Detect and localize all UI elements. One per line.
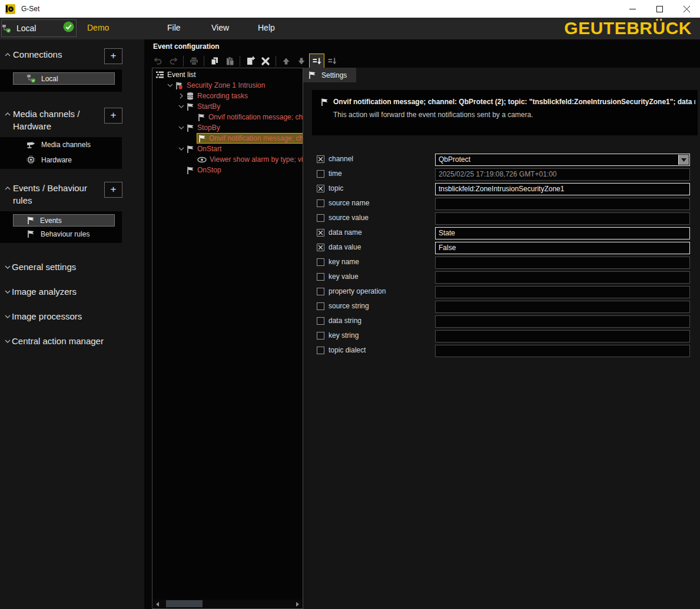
section-header-image-processors[interactable]: Image processors <box>0 310 144 322</box>
chevron-down-icon[interactable] <box>177 125 185 131</box>
horizontal-scrollbar[interactable] <box>153 600 302 608</box>
sidebar-item-events[interactable]: Events <box>13 214 115 227</box>
field-label: key string <box>329 331 359 340</box>
add-button[interactable]: + <box>104 48 122 64</box>
key-string-field[interactable] <box>435 330 690 342</box>
close-button[interactable] <box>673 0 700 18</box>
paste-button[interactable] <box>222 54 237 69</box>
scrollbar-thumb[interactable] <box>166 600 203 607</box>
checkbox-data-name[interactable] <box>317 229 324 237</box>
section-header-general-settings[interactable]: General settings <box>0 261 144 273</box>
tree-row[interactable]: Viewer show alarm by type; viewe <box>152 154 303 165</box>
scroll-right-arrow[interactable] <box>296 602 299 607</box>
tree-row[interactable]: StopBy <box>152 122 303 133</box>
source-string-field[interactable] <box>435 301 690 313</box>
checkbox-data-string[interactable] <box>317 317 324 325</box>
tree-row[interactable]: StartBy <box>152 101 303 112</box>
tree-row[interactable]: Onvif notification message; chan <box>152 133 303 144</box>
section-items-events-behaviour-rules: EventsBehaviour rules <box>0 211 122 243</box>
key-value-field[interactable] <box>435 271 690 284</box>
tab-settings[interactable]: Settings <box>303 68 356 82</box>
section-header-connections[interactable]: Connections+ <box>0 48 144 65</box>
down-button[interactable] <box>294 54 309 69</box>
source-name-field[interactable] <box>435 198 690 210</box>
maximize-button[interactable] <box>646 0 673 18</box>
scroll-left-arrow[interactable] <box>156 602 159 607</box>
checkbox-key-string[interactable] <box>317 332 324 340</box>
minimize-button[interactable] <box>619 0 646 18</box>
sidebar-item-hardware[interactable]: Hardware <box>26 155 72 164</box>
section-label: Events / Behaviour rules <box>13 182 101 207</box>
checkbox-data-value[interactable] <box>317 244 324 251</box>
chevron-down-icon <box>5 314 11 320</box>
tree-row[interactable]: OnStop <box>152 165 303 175</box>
field-label: topic <box>329 184 343 192</box>
channel-field[interactable]: QbProtect <box>435 154 690 166</box>
checkbox-time[interactable] <box>317 170 324 178</box>
sidebar: Connections+LocalMedia channels / Hardwa… <box>0 39 144 609</box>
checkbox-channel[interactable] <box>317 155 324 163</box>
menu-help[interactable]: Help <box>258 23 275 32</box>
data-value-field[interactable]: False <box>435 242 690 254</box>
sidebar-item-media-channels[interactable]: Media channels <box>26 141 91 149</box>
key-name-field[interactable] <box>435 257 690 269</box>
menu-file[interactable]: File <box>167 23 181 32</box>
property-operation-field[interactable] <box>435 286 690 298</box>
checkbox-topic[interactable] <box>317 185 324 192</box>
undo-button[interactable] <box>150 54 165 69</box>
redo-button[interactable] <box>165 54 181 69</box>
tree-row[interactable]: OnStart <box>152 144 303 154</box>
checkbox-key-name[interactable] <box>317 258 324 266</box>
chevron-right-icon[interactable] <box>177 93 185 99</box>
delete-button[interactable] <box>258 54 273 69</box>
checkbox-property-operation[interactable] <box>317 288 324 295</box>
print-button[interactable] <box>186 54 201 69</box>
section-header-image-analyzers[interactable]: Image analyzers <box>0 285 144 298</box>
form-row-source-value: source value <box>303 212 700 227</box>
chevron-down-icon[interactable] <box>166 82 174 88</box>
add-button[interactable]: + <box>104 182 122 198</box>
form-row-key-value: key value <box>303 271 700 286</box>
topic-field[interactable]: tnsblickfeld:ZoneIntrusionSecurityZone1 <box>435 183 690 195</box>
connection-icon <box>2 24 11 33</box>
flag-alarm-icon <box>175 81 184 90</box>
checkbox-source-name[interactable] <box>317 199 324 207</box>
checkbox-source-string[interactable] <box>317 302 324 310</box>
checkbox-source-value[interactable] <box>317 214 324 222</box>
paste-icon <box>225 56 235 66</box>
camera-icon <box>26 141 35 149</box>
tree-item-label: Recording tasks <box>197 92 248 100</box>
section-header-events-behaviour-rules[interactable]: Events / Behaviour rules+ <box>0 182 144 207</box>
section-header-media-channels-hardware[interactable]: Media channels / Hardware+ <box>0 108 144 132</box>
topic-dialect-field[interactable] <box>435 345 690 357</box>
sidebar-item-local[interactable]: Local <box>13 72 115 85</box>
sidebar-item-behaviour-rules[interactable]: Behaviour rules <box>26 229 89 238</box>
time-field[interactable]: 2025/02/25 17:19:08,726 GMT+01:00 <box>435 168 690 181</box>
chevron-down-icon[interactable] <box>177 104 185 109</box>
tree-row[interactable]: Recording tasks <box>152 91 303 101</box>
source-value-field[interactable] <box>435 212 690 225</box>
up-button[interactable] <box>278 54 294 69</box>
chevron-down-icon[interactable] <box>177 146 185 152</box>
add-event-button[interactable] <box>243 54 258 69</box>
tree-row[interactable]: Security Zone 1 Intrusion <box>152 80 303 91</box>
data-string-field[interactable] <box>435 315 690 328</box>
field-label: key value <box>329 272 359 281</box>
dropdown-arrow-icon[interactable] <box>678 155 689 165</box>
field-label: channel <box>329 155 353 163</box>
tree-row[interactable]: Onvif notification message; chan <box>152 112 303 122</box>
sort-down-button[interactable] <box>309 54 324 69</box>
tree-row[interactable]: Event list <box>152 69 303 80</box>
copy-button[interactable] <box>207 54 222 69</box>
sort-down-button[interactable] <box>324 54 340 69</box>
add-button[interactable]: + <box>104 108 122 124</box>
checkbox-key-value[interactable] <box>317 273 324 281</box>
form-row-topic: topictnsblickfeld:ZoneIntrusionSecurityZ… <box>303 183 700 198</box>
checkbox-topic-dialect[interactable] <box>317 347 324 354</box>
data-name-field[interactable]: State <box>435 227 690 239</box>
menu-view[interactable]: View <box>211 23 229 32</box>
section-header-central-action-manager[interactable]: Central action manager <box>0 335 144 347</box>
form-row-key-name: key name <box>303 257 700 271</box>
section-label: Image analyzers <box>12 287 77 297</box>
form-row-source-name: source name <box>303 198 700 212</box>
